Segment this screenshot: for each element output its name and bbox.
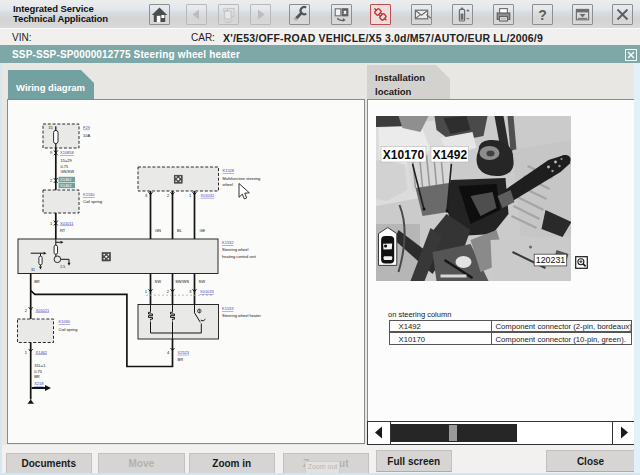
svg-text:1: 1 — [25, 350, 28, 355]
svg-text:GE: GE — [200, 228, 206, 233]
svg-text:heating control unit: heating control unit — [222, 254, 257, 259]
svg-text:X01032: X01032 — [201, 193, 216, 198]
svg-text:wheel: wheel — [223, 182, 234, 187]
svg-text:F29: F29 — [83, 125, 91, 130]
svg-text:15: 15 — [48, 125, 53, 130]
svg-text:SW: SW — [199, 279, 206, 284]
svg-text:0.75: 0.75 — [34, 369, 43, 374]
svg-text:K1528: K1528 — [223, 168, 235, 173]
svg-text:Coil spring: Coil spring — [59, 327, 78, 332]
svg-text:X1462: X1462 — [60, 183, 72, 188]
svg-text:X1492: X1492 — [432, 148, 467, 162]
svg-text:2: 2 — [167, 289, 170, 294]
svg-text:K1030: K1030 — [59, 319, 71, 324]
svg-text:2: 2 — [50, 178, 53, 183]
svg-text:X1462: X1462 — [60, 177, 72, 182]
svg-text:9: 9 — [50, 150, 53, 155]
svg-text:Coil spring: Coil spring — [83, 199, 102, 204]
svg-text:SW/WS: SW/WS — [175, 279, 189, 284]
svg-text:X01021: X01021 — [36, 308, 51, 313]
svg-text:15=29: 15=29 — [61, 158, 73, 163]
svg-text:BL: BL — [177, 228, 183, 233]
svg-text:?: ? — [538, 7, 547, 23]
svg-text:X2523: X2523 — [178, 350, 190, 355]
svg-text:1: 1 — [189, 193, 192, 198]
svg-text:X1462: X1462 — [36, 350, 48, 355]
svg-text:X01033: X01033 — [200, 289, 215, 294]
svg-text:3: 3 — [189, 289, 192, 294]
svg-text:1: 1 — [145, 289, 148, 294]
svg-text:BR: BR — [178, 357, 184, 362]
svg-text:3: 3 — [145, 193, 148, 198]
svg-text:Steering wheel: Steering wheel — [222, 247, 249, 252]
svg-text:Multifunction steering: Multifunction steering — [223, 176, 261, 181]
svg-text:GN: GN — [155, 228, 161, 233]
svg-text:31L=1: 31L=1 — [34, 363, 46, 368]
svg-text:K1533: K1533 — [222, 306, 234, 311]
svg-text:1: 1 — [50, 221, 53, 226]
svg-text:GN/SW: GN/SW — [61, 169, 75, 174]
svg-text:RT: RT — [60, 228, 66, 233]
svg-text:120231: 120231 — [535, 255, 564, 265]
svg-text:SW: SW — [155, 279, 162, 284]
svg-text:X10858: X10858 — [60, 150, 75, 155]
svg-text:K1532: K1532 — [222, 240, 234, 245]
svg-text:X10170: X10170 — [382, 148, 424, 162]
svg-text:0.75: 0.75 — [61, 164, 70, 169]
svg-text:2.5: 2.5 — [60, 265, 65, 269]
svg-text:BR: BR — [34, 279, 40, 284]
svg-text:Steering wheel heater: Steering wheel heater — [222, 313, 262, 318]
svg-text:4: 4 — [167, 350, 170, 355]
svg-text:2: 2 — [167, 193, 170, 198]
svg-text:X218: X218 — [34, 381, 44, 386]
svg-text:BR: BR — [34, 374, 40, 379]
svg-text:2: 2 — [25, 308, 28, 313]
svg-text:K1530: K1530 — [83, 192, 95, 197]
svg-text:X01011: X01011 — [60, 221, 74, 226]
svg-text:31: 31 — [31, 268, 35, 272]
svg-text:10A: 10A — [83, 133, 90, 138]
